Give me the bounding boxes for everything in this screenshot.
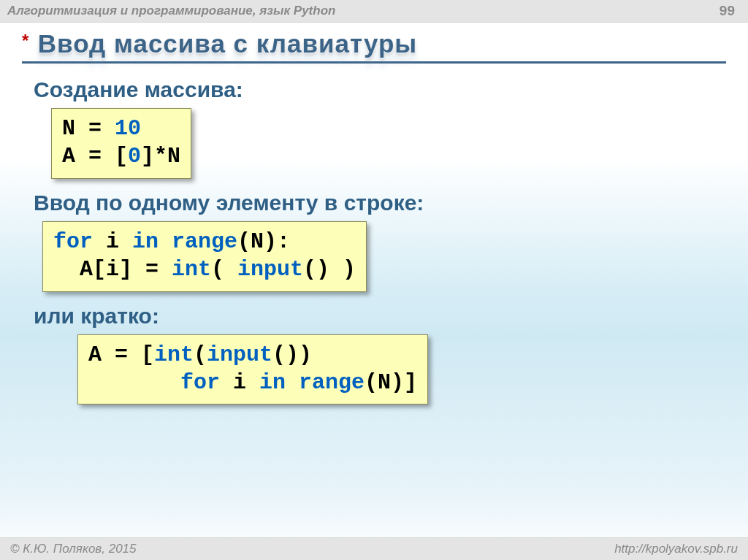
section2-heading: Ввод по одному элементу в строке: <box>34 191 719 215</box>
code-token: range <box>299 370 365 395</box>
code-token: = <box>132 257 172 282</box>
code-token: ( <box>194 342 207 367</box>
code-token: in <box>259 370 286 395</box>
course-label: Алгоритмизация и программирование, язык … <box>7 4 335 18</box>
code-token: A <box>88 342 102 367</box>
copyright-label: © К.Ю. Поляков, 2015 <box>10 542 137 556</box>
footer-url: http://kpolyakov.spb.ru <box>614 542 738 556</box>
code-token: = <box>102 342 141 367</box>
code-token: = <box>75 144 115 169</box>
code-token: 0 <box>128 144 141 169</box>
code-line: N = 10 <box>62 115 180 142</box>
code-token: int <box>172 257 211 282</box>
code-token: in <box>132 229 159 254</box>
page-number: 99 <box>720 3 735 19</box>
title-block: * Ввод массива с клавиатуры <box>22 29 726 64</box>
code-token: i <box>93 229 132 254</box>
code-token: int <box>154 342 194 367</box>
code-token: [ <box>115 144 128 169</box>
code-token <box>159 229 172 254</box>
code-token: ( <box>211 257 237 282</box>
top-bar: Алгоритмизация и программирование, язык … <box>0 0 748 23</box>
content-area: Создание массива: N = 10 A = [0]*N Ввод … <box>34 73 719 412</box>
code-token <box>88 370 180 395</box>
code-block-3: A = [int(input()) for i in range(N)] <box>77 334 428 405</box>
code-line: for i in range(N): <box>53 228 356 256</box>
page-title: Ввод массива с клавиатуры <box>38 29 417 58</box>
code-token: () ) <box>303 257 356 282</box>
title-bullet: * <box>22 31 28 51</box>
code-token: for <box>53 229 93 254</box>
title-underline <box>22 61 726 64</box>
code-token: A <box>62 144 75 169</box>
code-token: (N)] <box>365 370 417 395</box>
code-line: A = [0]*N <box>62 142 180 170</box>
code-block-1: N = 10 A = [0]*N <box>51 108 191 179</box>
code-token: (N): <box>237 229 290 254</box>
code-token: input <box>237 257 303 282</box>
code-token: ()) <box>272 342 312 367</box>
footer-bar: © К.Ю. Поляков, 2015 http://kpolyakov.sp… <box>0 537 748 560</box>
section1-heading: Создание массива: <box>34 77 719 102</box>
section3-heading: или кратко: <box>34 304 719 329</box>
code-token: N <box>62 116 75 141</box>
code-line: for i in range(N)] <box>88 369 417 396</box>
code-token: ]*N <box>141 144 180 169</box>
slide: Алгоритмизация и программирование, язык … <box>0 0 748 560</box>
code-token: = <box>75 116 115 141</box>
code-line: A[i] = int( input() ) <box>53 256 356 283</box>
code-token: [ <box>141 342 154 367</box>
code-token: A[i] <box>53 257 132 282</box>
code-token: 10 <box>115 116 141 141</box>
code-token: for <box>180 370 220 395</box>
code-token: i <box>220 370 259 395</box>
code-token: range <box>172 229 237 254</box>
code-block-2: for i in range(N): A[i] = int( input() ) <box>42 221 367 292</box>
code-line: A = [int(input()) <box>88 341 417 369</box>
code-token <box>286 370 299 395</box>
code-token: input <box>207 342 272 367</box>
